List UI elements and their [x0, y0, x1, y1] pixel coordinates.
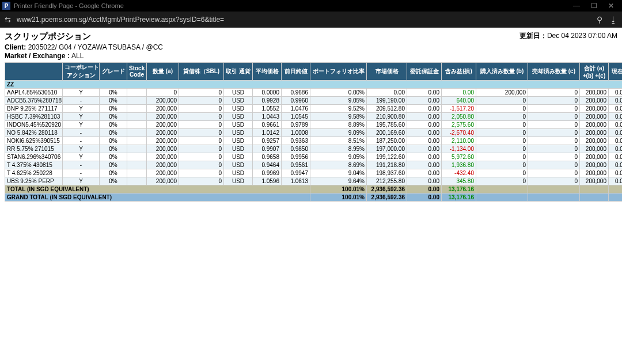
cell-grade: 0% — [100, 113, 127, 121]
cell-total: 200,000 — [580, 89, 609, 97]
minimize-button[interactable]: — — [568, 2, 585, 10]
cell-qty: 200,000 — [147, 153, 179, 161]
cell-avg: 0.9928 — [253, 97, 282, 105]
cell-sc — [127, 145, 147, 153]
col-header: 数量 (a) — [147, 63, 179, 81]
cell-ca: Y — [63, 121, 100, 129]
col-header: 前日終値 — [282, 63, 310, 81]
cell-cur: 0.000 — [609, 105, 623, 113]
cell-grade: 0% — [100, 177, 127, 185]
cell-prev: 0.9561 — [282, 161, 310, 169]
cell-margin: 0.00 — [407, 105, 442, 113]
col-header: グレード — [100, 63, 127, 81]
cell-mkt: 187,250.00 — [367, 137, 407, 145]
cell-pl: -1,134.00 — [442, 145, 476, 153]
cell-prev: 0.9956 — [282, 153, 310, 161]
table-row: UBS 9.25% PERPY0%200,0000USD1.05961.0613… — [5, 177, 623, 185]
cell-prev: 1.0008 — [282, 129, 310, 137]
cell-mkt: 195,785.60 — [367, 121, 407, 129]
cell-avg: 0.9907 — [253, 145, 282, 153]
cell-pl: -2,670.40 — [442, 129, 476, 137]
total-cell: 100.01% — [310, 185, 367, 194]
cell-margin: 0.00 — [407, 113, 442, 121]
group-label: ZZ — [5, 81, 623, 89]
cell-qty: 200,000 — [147, 169, 179, 177]
cell-ratio: 8.95% — [310, 145, 367, 153]
cell-sc — [127, 105, 147, 113]
table-row: BNP 9.25% 271117Y0%200,0000USD1.05521.04… — [5, 105, 623, 113]
cell-sbl: 0 — [179, 137, 224, 145]
cell-sbl: 0 — [179, 169, 224, 177]
total-cell: GRAND TOTAL (IN SGD EQUIVALENT) — [5, 194, 310, 202]
download-icon[interactable]: ⭳ — [609, 15, 617, 24]
cell-sc — [127, 113, 147, 121]
cell-ca: Y — [63, 105, 100, 113]
cell-qty: 200,000 — [147, 161, 179, 169]
cell-mkt: 0.00 — [367, 89, 407, 97]
cell-prev: 0.9686 — [282, 89, 310, 97]
cell-sold: 0 — [528, 169, 580, 177]
cell-avg: 0.9969 — [253, 169, 282, 177]
cell-cur: 0.000 — [609, 153, 623, 161]
cell-cur: 0.000 — [609, 89, 623, 97]
cell-prev: 1.0613 — [282, 177, 310, 185]
cell-margin: 0.00 — [407, 177, 442, 185]
table-row: NOKI6.625%390515-0%200,0000USD0.92570.93… — [5, 137, 623, 145]
client-value: 2035022/ G04 / YOZAWA TSUBASA / @CC — [28, 43, 163, 51]
grand-total-row: GRAND TOTAL (IN SGD EQUIVALENT)100.01%2,… — [5, 194, 623, 202]
cell-ca: - — [63, 129, 100, 137]
cell-sc — [127, 169, 147, 177]
cell-ca: - — [63, 137, 100, 145]
cell-sbl: 0 — [179, 97, 224, 105]
market-label: Market / Exchange : — [5, 52, 71, 60]
cell-total: 200,000 — [580, 177, 609, 185]
cell-name: UBS 9.25% PERP — [5, 177, 63, 185]
cell-ccy: USD — [224, 121, 253, 129]
cell-avg: 1.0443 — [253, 113, 282, 121]
zoom-icon[interactable]: ⚲ — [597, 15, 602, 24]
cell-bought: 0 — [476, 113, 528, 121]
cell-cur: 0.000 — [609, 113, 623, 121]
cell-avg: 0.9658 — [253, 153, 282, 161]
col-header: ポートフォリオ比率 — [310, 63, 367, 81]
cell-margin: 0.00 — [407, 145, 442, 153]
cell-bought: 0 — [476, 121, 528, 129]
cell-grade: 0% — [100, 129, 127, 137]
cell-ca: Y — [63, 113, 100, 121]
cell-total: 200,000 — [580, 113, 609, 121]
favicon: P — [2, 2, 10, 10]
updated-date: 更新日：Dec 04 2023 07:00 AM — [519, 31, 617, 41]
url-text[interactable]: www21.poems.com.sg/AcctMgmt/PrintPreview… — [17, 16, 590, 24]
cell-total: 200,000 — [580, 145, 609, 153]
col-header: 売却済み数量 (c) — [528, 63, 580, 81]
cell-sbl: 0 — [179, 129, 224, 137]
cell-bought: 0 — [476, 169, 528, 177]
cell-sold: 0 — [528, 97, 580, 105]
cell-prev: 0.9960 — [282, 97, 310, 105]
total-cell — [528, 185, 580, 194]
cell-bought: 0 — [476, 161, 528, 169]
total-row: TOTAL (IN SGD EQUIVALENT)100.01%2,936,59… — [5, 185, 623, 194]
total-cell: TOTAL (IN SGD EQUIVALENT) — [5, 185, 310, 194]
cell-margin: 0.00 — [407, 161, 442, 169]
col-header — [5, 63, 63, 81]
table-row: T 4.625% 250228-0%200,0000USD0.99690.994… — [5, 169, 623, 177]
cell-ratio: 8.51% — [310, 137, 367, 145]
cell-ccy: USD — [224, 169, 253, 177]
page-title: スクリップポジション — [5, 31, 91, 42]
cell-margin: 0.00 — [407, 97, 442, 105]
total-cell: 100.01% — [310, 194, 367, 202]
cell-sc — [127, 177, 147, 185]
cell-name: BNP 9.25% 271117 — [5, 105, 63, 113]
view-toggle-icon[interactable]: ⇆ — [5, 16, 11, 24]
total-cell — [580, 185, 609, 194]
cell-sbl: 0 — [179, 113, 224, 121]
cell-cur: 0.000 — [609, 121, 623, 129]
close-button[interactable]: ✕ — [602, 2, 620, 10]
maximize-button[interactable]: ☐ — [585, 2, 602, 10]
total-cell — [528, 194, 580, 202]
client-line: Client: 2035022/ G04 / YOZAWA TSUBASA / … — [5, 43, 617, 51]
cell-ratio: 9.09% — [310, 129, 367, 137]
cell-ccy: USD — [224, 129, 253, 137]
table-row: HSBC 7.39%281103Y0%200,0000USD1.04431.05… — [5, 113, 623, 121]
